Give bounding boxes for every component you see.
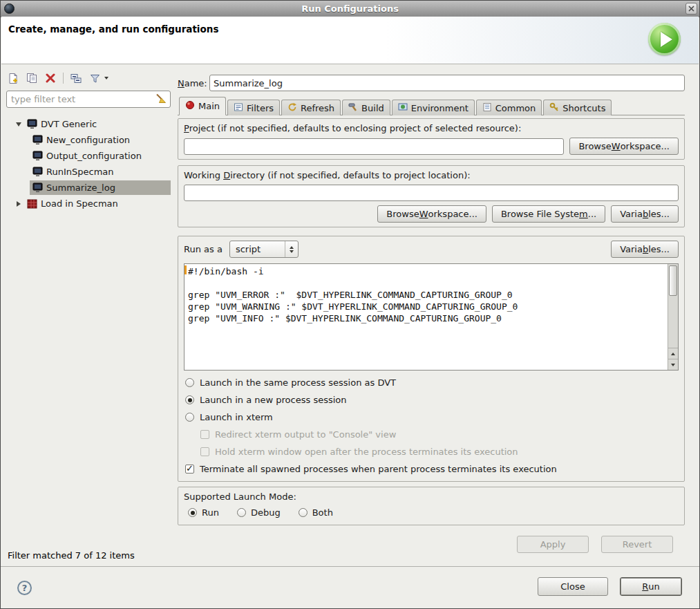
common-tab-icon xyxy=(482,102,492,114)
run-group: Run as a script Variables... #!/bin/bash… xyxy=(178,236,685,482)
dropdown-caret-icon[interactable] xyxy=(104,77,108,79)
tree-item-new-configuration[interactable]: New_configuration xyxy=(6,132,171,148)
scroll-down-button[interactable] xyxy=(668,359,678,370)
name-input[interactable] xyxy=(209,75,685,91)
tree-item-label: Summarize_log xyxy=(46,182,115,193)
checkbox-hold-xterm[interactable]: Hold xterm window open after the process… xyxy=(184,447,679,457)
checkbox-icon[interactable] xyxy=(200,430,209,439)
scrollbar-thumb[interactable] xyxy=(669,265,677,296)
filter-status-text: Filter matched 7 of 12 items xyxy=(8,550,135,561)
radio-launch-xterm[interactable]: Launch in xterm xyxy=(184,412,679,422)
working-directory-label: Working Directory (if not specified, def… xyxy=(184,170,679,180)
close-button[interactable]: Close xyxy=(538,577,608,596)
script-scrollbar[interactable] xyxy=(668,264,678,370)
checkbox-icon[interactable] xyxy=(185,465,194,474)
configurations-tree: DVT Generic New_configuration Output_con… xyxy=(6,116,171,212)
collapse-all-icon[interactable] xyxy=(69,71,83,85)
tab-environment[interactable]: Environment xyxy=(392,100,475,115)
tree-item-summarize-log[interactable]: Summarize_log xyxy=(6,180,171,196)
apply-button[interactable]: Apply xyxy=(517,536,589,553)
tree-item-load-in-specman[interactable]: Load in Specman xyxy=(6,196,171,212)
tab-build[interactable]: Build xyxy=(342,100,390,115)
shortcuts-tab-icon xyxy=(549,102,559,114)
duplicate-icon[interactable] xyxy=(25,71,39,85)
radio-launch-same-session[interactable]: Launch in the same process session as DV… xyxy=(184,377,679,388)
filter-box xyxy=(6,91,171,108)
radio-mode-debug[interactable]: Debug xyxy=(237,507,281,518)
console-icon xyxy=(32,167,43,177)
window-title: Run Configurations xyxy=(1,3,699,14)
radio-icon[interactable] xyxy=(299,508,308,517)
run-configurations-dialog: Run Configurations Create, manage, and r… xyxy=(0,0,700,609)
scroll-up-button[interactable] xyxy=(668,348,678,359)
close-icon[interactable] xyxy=(685,3,697,15)
tab-label: Shortcuts xyxy=(562,103,605,113)
filter-icon[interactable] xyxy=(88,71,102,85)
launch-mode-options: Run Debug Both xyxy=(184,506,679,521)
console-icon xyxy=(27,119,37,129)
radio-icon[interactable] xyxy=(185,395,194,404)
wd-variables-button[interactable]: Variables... xyxy=(611,205,679,223)
radio-icon[interactable] xyxy=(185,413,194,422)
project-browse-workspace-button[interactable]: Browse Workspace... xyxy=(569,138,679,155)
checkbox-icon[interactable] xyxy=(200,447,209,456)
new-configuration-icon[interactable] xyxy=(6,71,20,85)
console-icon xyxy=(32,182,43,193)
help-icon[interactable]: ? xyxy=(17,581,32,595)
configurations-panel: DVT Generic New_configuration Output_con… xyxy=(6,70,171,562)
tab-label: Main xyxy=(198,101,220,111)
wd-browse-workspace-button[interactable]: Browse Workspace... xyxy=(377,205,486,223)
main-tab-icon xyxy=(185,100,195,112)
checkbox-redirect-xterm[interactable]: Redirect xterm output to "Console" view xyxy=(184,429,679,440)
tab-label: Common xyxy=(495,103,536,113)
play-triangle-icon xyxy=(661,32,672,47)
project-label: Project (if not specified, defaults to e… xyxy=(184,123,679,133)
dialog-header: Create, manage, and run configurations xyxy=(1,17,699,64)
expander-closed-icon[interactable] xyxy=(13,201,24,207)
run-as-label: Run as a xyxy=(184,244,223,254)
working-directory-group: Working Directory (if not specified, def… xyxy=(178,165,685,227)
tab-common[interactable]: Common xyxy=(476,100,542,115)
project-input[interactable] xyxy=(184,138,564,155)
working-directory-input[interactable] xyxy=(184,185,679,201)
radio-icon[interactable] xyxy=(188,508,197,517)
radio-launch-new-session[interactable]: Launch in a new process session xyxy=(184,395,679,405)
tab-filters[interactable]: Filters xyxy=(227,100,280,115)
expander-open-icon[interactable] xyxy=(13,122,24,127)
tab-label: Environment xyxy=(411,103,469,113)
radio-icon[interactable] xyxy=(237,508,246,517)
run-configurations-icon xyxy=(648,23,681,55)
checkbox-terminate-spawned[interactable]: Terminate all spawned processes when par… xyxy=(184,464,679,474)
filter-input[interactable] xyxy=(10,93,155,105)
delete-icon[interactable] xyxy=(44,71,57,85)
refresh-tab-icon xyxy=(287,102,297,114)
tree-item-runinspecman[interactable]: RunInSpecman xyxy=(6,164,171,180)
radio-mode-both[interactable]: Both xyxy=(299,507,333,518)
tab-shortcuts[interactable]: Shortcuts xyxy=(543,100,612,115)
revert-button[interactable]: Revert xyxy=(601,536,673,553)
apply-revert-row: Apply Revert xyxy=(517,536,673,553)
clear-filter-broom-icon[interactable] xyxy=(155,93,167,106)
script-editor[interactable]: #!/bin/bash -i grep "UVM_ERROR :" $DVT_H… xyxy=(184,263,679,371)
wd-browse-file-system-button[interactable]: Browse File System... xyxy=(492,205,605,223)
radio-mode-run[interactable]: Run xyxy=(188,507,219,518)
run-as-selected-value: script xyxy=(230,244,285,254)
script-variables-button[interactable]: Variables... xyxy=(611,241,679,258)
radio-icon[interactable] xyxy=(185,378,194,387)
environment-tab-icon xyxy=(398,102,408,114)
tab-label: Filters xyxy=(247,103,274,113)
console-icon xyxy=(32,135,43,145)
tree-item-dvt-generic[interactable]: DVT Generic xyxy=(6,116,171,132)
tab-refresh[interactable]: Refresh xyxy=(281,100,341,115)
run-button[interactable]: Run xyxy=(620,577,682,596)
footer: ? Close Run xyxy=(1,567,699,608)
tree-item-output-configuration[interactable]: Output_configuration xyxy=(6,148,171,164)
tab-main[interactable]: Main xyxy=(179,97,226,115)
run-as-combo[interactable]: script xyxy=(229,241,299,258)
tree-item-label: New_configuration xyxy=(46,135,130,145)
combo-spinner-icon[interactable] xyxy=(285,241,298,257)
configurations-toolbar xyxy=(6,70,171,86)
script-text[interactable]: #!/bin/bash -i grep "UVM_ERROR :" $DVT_H… xyxy=(188,265,664,368)
console-icon xyxy=(32,151,43,161)
name-label: Name: xyxy=(178,78,209,88)
